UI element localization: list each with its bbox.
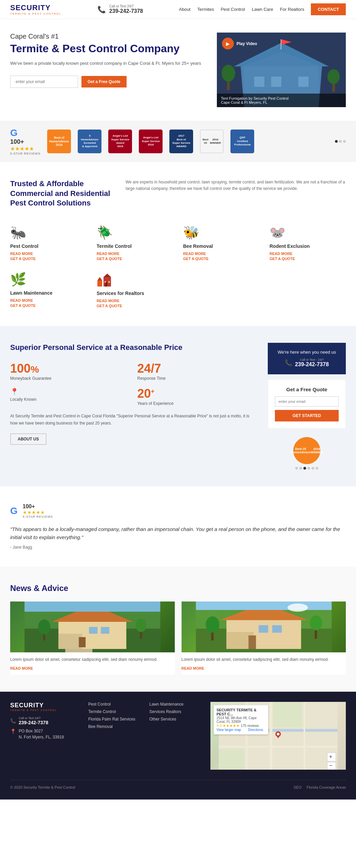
hero-quote-button[interactable]: Get a Free Quote xyxy=(81,76,127,87)
carousel-dot-2[interactable] xyxy=(299,467,302,470)
nav-termites[interactable]: Termites xyxy=(197,7,214,12)
termite-control-get-quote[interactable]: GET A QUOTE xyxy=(97,257,173,261)
footer-link-lawn[interactable]: Lawn Maintenance xyxy=(149,702,200,707)
review-stars: ★★★★★ xyxy=(23,510,53,515)
footer-logo-title: SECURITY xyxy=(10,702,78,709)
svg-point-59 xyxy=(277,733,280,735)
map-label-stars: 4.9 ★★★★★ 175 reviews xyxy=(217,724,265,728)
footer-map: + − SECURITY TERMITE & PEST C... 2514 NE… xyxy=(210,702,346,770)
svg-rect-27 xyxy=(79,637,86,647)
footer-link-realtors[interactable]: Services Realtors xyxy=(149,709,200,714)
carousel-dot-3[interactable] xyxy=(303,467,306,470)
realtors-get-quote[interactable]: GET A QUOTE xyxy=(97,304,173,308)
footer-phone: 📞 Call or Text 24/7 239-242-7378 xyxy=(10,716,78,725)
service-lawn-maintenance-name: Lawn Maintenance xyxy=(10,290,87,296)
news-content-1: Lorem ipsum dolor sit amet, consetetur s… xyxy=(10,652,175,675)
realtors-icon xyxy=(97,272,173,287)
stat-247-number: 24/7 xyxy=(137,362,258,375)
svg-marker-14 xyxy=(97,277,102,280)
carousel-dot-1[interactable] xyxy=(295,467,298,470)
play-label: Play Video xyxy=(237,41,257,46)
svg-point-32 xyxy=(135,618,146,632)
bee-removal-read-more[interactable]: READ MORE xyxy=(183,252,260,256)
qsp-badge: QSPCertifiedProfessional xyxy=(230,130,254,153)
nav-about[interactable]: About xyxy=(179,7,190,12)
review-google-g: G xyxy=(10,506,18,516)
about-us-button[interactable]: ABOUT US xyxy=(10,433,46,445)
footer-seo-link[interactable]: SEO xyxy=(294,785,301,789)
termite-control-read-more[interactable]: READ MORE xyxy=(97,252,173,256)
quote-box: Get a Free Quote GET STARTED xyxy=(268,379,346,429)
svg-marker-16 xyxy=(104,274,111,277)
svg-rect-18 xyxy=(108,281,110,283)
carousel-dot-4[interactable] xyxy=(307,467,310,470)
service-pest-control: 🐜 Pest Control READ MORE GET A QUOTE xyxy=(10,225,87,262)
phone-label: Call or Text 24/7 xyxy=(109,4,143,8)
stat-years: 20+ Years of Experience xyxy=(137,388,258,406)
main-nav: About Termites Pest Control Lawn Care Fo… xyxy=(179,3,346,15)
quote-email-input[interactable] xyxy=(275,396,339,407)
pest-control-get-quote[interactable]: GET A QUOTE xyxy=(10,257,87,261)
dot-1[interactable] xyxy=(335,140,338,143)
svg-rect-25 xyxy=(89,627,97,634)
news-text-1: Lorem ipsum dolor sit amet, consetetur s… xyxy=(10,656,175,663)
contact-box-phone-icon: 📞 xyxy=(285,359,292,367)
footer-links-col2: Lawn Maintenance Services Realtors Other… xyxy=(149,702,200,770)
stat-247-label: Response Time xyxy=(137,376,258,381)
realtors-read-more[interactable]: READ MORE xyxy=(97,299,173,303)
hero-email-input[interactable] xyxy=(10,76,78,88)
lawn-maintenance-read-more[interactable]: READ MORE xyxy=(10,298,87,302)
footer-links-list2: Lawn Maintenance Services Realtors Other… xyxy=(149,702,200,722)
logo: SECURITY TERMITE & PEST CONTROL xyxy=(10,3,61,15)
rodent-exclusion-get-quote[interactable]: GET A QUOTE xyxy=(269,257,346,261)
badges-dots xyxy=(335,140,346,143)
footer-link-bee-removal[interactable]: Bee Removal xyxy=(88,724,139,729)
svg-rect-4 xyxy=(254,77,264,87)
directions-link[interactable]: Directions xyxy=(248,728,263,732)
pest-control-read-more[interactable]: READ MORE xyxy=(10,252,87,256)
view-larger-map-link[interactable]: View larger map xyxy=(217,728,241,732)
service-lawn-maintenance: 🌿 Lawn Maintenance READ MORE GET A QUOTE xyxy=(10,272,87,309)
nav-pest-control[interactable]: Pest Control xyxy=(221,7,245,12)
reviews-google-badge: G 100+ ★★★★★ 5-STAR REVIEWS xyxy=(10,504,346,518)
rodent-exclusion-read-more[interactable]: READ MORE xyxy=(269,252,346,256)
dot-2[interactable] xyxy=(339,140,342,143)
news-readmore-1[interactable]: READ MORE xyxy=(10,666,33,670)
footer-link-palm-rat[interactable]: Florida Palm Rat Services xyxy=(88,717,139,722)
dot-3[interactable] xyxy=(343,140,346,143)
lawn-maintenance-get-quote[interactable]: GET A QUOTE xyxy=(10,303,87,308)
header-phone: 📞 Call or Text 24/7 239-242-7378 xyxy=(97,4,143,14)
footer-phone-number: 239-242-7378 xyxy=(19,720,48,725)
carousel-dot-5[interactable] xyxy=(312,467,314,470)
footer-top: SECURITY TERMITE & PEST CONTROL 📞 Call o… xyxy=(10,702,346,770)
svg-rect-6 xyxy=(298,77,308,87)
footer-link-pest-control[interactable]: Pest Control xyxy=(88,702,139,707)
footer-link-other[interactable]: Other Services xyxy=(149,717,200,722)
news-content-2: Lorem ipsum dolor sit amet, consetetur s… xyxy=(182,652,346,675)
play-video-button[interactable]: ▶ Play Video xyxy=(222,38,257,50)
service-termite-control: 🪲 Termite Control READ MORE GET A QUOTE xyxy=(97,225,173,262)
services-header: Trusted & Affordable Commercial and Resi… xyxy=(10,179,346,212)
get-started-button[interactable]: GET STARTED xyxy=(275,410,339,421)
logo-title: SECURITY xyxy=(10,3,61,12)
news-image-2 xyxy=(182,601,346,652)
svg-rect-55 xyxy=(273,702,302,727)
carousel-dot-6[interactable] xyxy=(316,467,318,470)
award-badge-circle: Best OfHomeAdvisor2016 WINNER xyxy=(293,437,320,464)
footer-coverage-link[interactable]: Florida Coverage Areas xyxy=(306,785,346,789)
contact-button[interactable]: Contact xyxy=(311,3,346,15)
footer-logo-area: SECURITY TERMITE & PEST CONTROL 📞 Call o… xyxy=(10,702,78,770)
bee-removal-get-quote[interactable]: GET A QUOTE xyxy=(183,257,260,261)
stat-moneyback: 100% Moneyback Guarantee xyxy=(10,362,131,381)
stat-20-label: Years of Experience xyxy=(137,401,258,406)
news-readmore-2[interactable]: READ MORE xyxy=(182,666,204,670)
pest-control-icon: 🐜 xyxy=(10,225,87,240)
services-title-block: Trusted & Affordable Commercial and Resi… xyxy=(10,179,112,212)
nav-lawn-care[interactable]: Lawn Care xyxy=(252,7,273,12)
service-rodent-exclusion-name: Rodent Exclusion xyxy=(269,243,346,249)
nav-for-realtors[interactable]: For Realtors xyxy=(280,7,304,12)
stat-100-number: 100% xyxy=(10,362,131,375)
video-caption: Tent Fumigation by Security Pest Control… xyxy=(217,94,346,107)
google-stars: ★★★★★ xyxy=(10,145,34,152)
footer-link-termite-control[interactable]: Termite Control xyxy=(88,709,139,714)
